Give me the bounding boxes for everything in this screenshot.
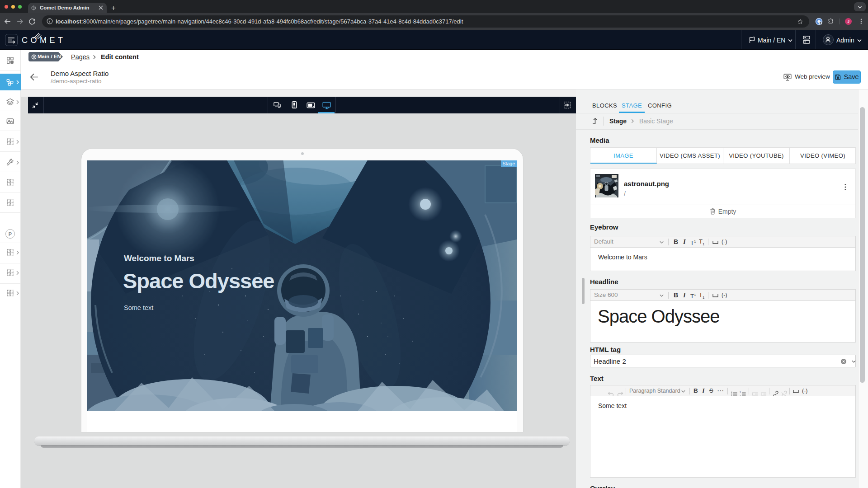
svg-text:1: 1 bbox=[740, 391, 741, 394]
